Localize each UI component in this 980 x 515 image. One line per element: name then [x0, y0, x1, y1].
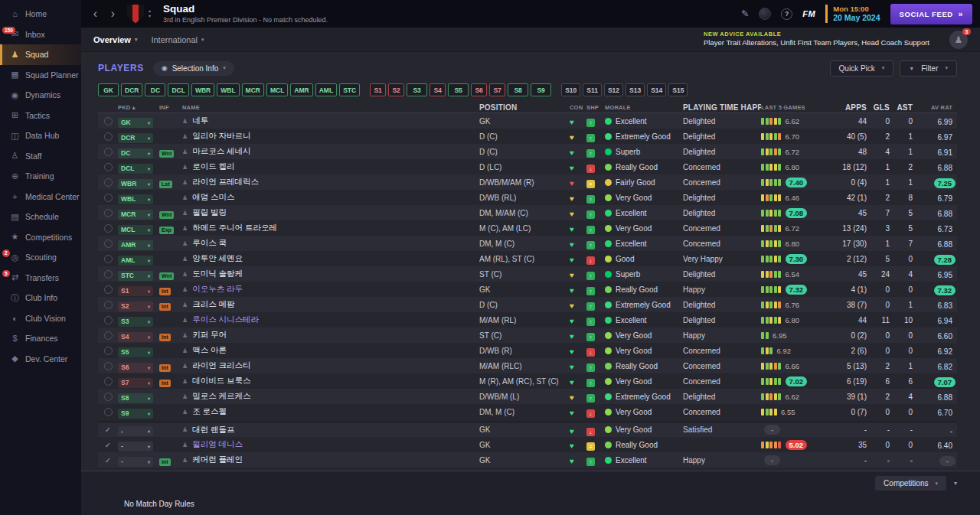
player-name[interactable]: 도미닉 솔랑케 — [192, 269, 243, 279]
position-filter-s13[interactable]: S13 — [626, 83, 645, 96]
player-name[interactable]: 일리아 자바르니 — [192, 131, 250, 142]
picked-position-badge[interactable]: S3▾ — [118, 317, 153, 327]
row-check-icon[interactable]: ✓ — [105, 441, 111, 449]
sidebar-item-data-hub[interactable]: ◫Data Hub — [0, 125, 81, 146]
player-name[interactable]: 네투 — [192, 116, 208, 126]
picked-position-badge[interactable]: WBR▾ — [118, 179, 153, 189]
club-crest[interactable] — [127, 5, 144, 24]
player-name[interactable]: 케머런 플레인 — [192, 455, 243, 465]
row-checkbox[interactable] — [104, 347, 113, 355]
player-profile-icon[interactable]: ♟ — [182, 442, 188, 448]
position-filter-wbl[interactable]: WBL — [217, 83, 239, 96]
sidebar-item-finances[interactable]: $Finances — [0, 328, 81, 349]
player-profile-icon[interactable]: ♟ — [182, 179, 188, 186]
position-filter-s12[interactable]: S12 — [604, 83, 623, 96]
player-name[interactable]: 앙투안 세멘요 — [192, 253, 243, 264]
position-filter-aml[interactable]: AML — [315, 83, 337, 96]
player-profile-icon[interactable]: ♟ — [182, 240, 188, 247]
sidebar-item-squad[interactable]: ♟Squad — [0, 44, 81, 65]
position-filter-dc[interactable]: DC — [145, 83, 165, 96]
column-header-ast[interactable]: AST — [894, 103, 917, 112]
picked-position-badge[interactable]: S4▾ — [118, 332, 153, 342]
player-name[interactable]: 라이언 프레데릭스 — [192, 177, 259, 187]
player-row[interactable]: ✓-▾Int♟케머런 플레인GK♥↑ExcellentHappy----- — [98, 452, 957, 468]
player-profile-icon[interactable]: ♟ — [182, 378, 188, 385]
player-row[interactable]: S4▾Int♟키퍼 무어ST (C)♥↑Very GoodHappy6.950 … — [98, 328, 957, 343]
player-row[interactable]: S5▾♟맥스 아론D/WB (R)♥↓Very GoodConcerned6.9… — [98, 343, 957, 358]
picked-position-badge[interactable]: -▾ — [118, 426, 153, 436]
player-profile-icon[interactable]: ♟ — [182, 363, 188, 370]
position-filter-s7[interactable]: S7 — [489, 83, 505, 96]
forward-button[interactable]: › — [106, 8, 119, 20]
player-profile-icon[interactable]: ♟ — [182, 286, 188, 293]
help-icon[interactable]: ? — [781, 8, 792, 20]
player-profile-icon[interactable]: ♟ — [182, 194, 188, 201]
player-row[interactable]: S6▾Int♟라이언 크리스티M/AM (RLC)♥↑Really GoodCo… — [98, 358, 957, 373]
player-name[interactable]: 로이드 켈리 — [192, 161, 234, 172]
filter-dropdown[interactable]: ▼ Filter ▾ — [900, 60, 957, 77]
picked-position-badge[interactable]: GK▾ — [118, 118, 153, 128]
row-checkbox[interactable] — [104, 194, 113, 202]
position-filter-s10[interactable]: S10 — [561, 83, 580, 96]
picked-position-badge[interactable]: WBL▾ — [118, 194, 153, 204]
player-row[interactable]: S1▾Int♟이오누츠 라두GK♥↑Really GoodHappy7.324 … — [98, 282, 957, 297]
sidebar-item-squad-planner[interactable]: ▦Squad Planner — [0, 65, 81, 86]
player-row[interactable]: WBL▾♟애덤 스미스D/WB (RL)♥↑Very GoodDelighted… — [98, 190, 957, 205]
sidebar-item-schedule[interactable]: ▤Schedule — [0, 207, 81, 227]
player-profile-icon[interactable]: ♟ — [182, 332, 188, 339]
row-checkbox[interactable] — [104, 331, 113, 340]
player-name[interactable]: 마르코스 세네시 — [192, 146, 250, 157]
player-profile-icon[interactable]: ♟ — [182, 393, 188, 400]
row-checkbox[interactable] — [104, 408, 113, 416]
player-row[interactable]: WBR▾Lst♟라이언 프레데릭스D/WB/M/AM (R)♥=Fairly G… — [98, 174, 957, 190]
tab-international[interactable]: International ▾ — [151, 35, 204, 44]
player-profile-icon[interactable]: ♟ — [182, 133, 188, 140]
player-row[interactable]: ✓-▾♟대런 랜돌프GK♥↓Very GoodSatisfied----- — [98, 422, 957, 437]
player-row[interactable]: S3▾♟루이스 시니스테라M/AM (RL)♥↑ExcellentDelight… — [98, 312, 957, 328]
globe-icon[interactable] — [759, 8, 771, 20]
quick-pick-dropdown[interactable]: Quick Pick ▾ — [830, 60, 894, 77]
position-filter-wbr[interactable]: WBR — [191, 83, 214, 96]
player-row[interactable]: S2▾Int♟크리스 메팜D (C)♥↑Extremely GoodDeligh… — [98, 297, 957, 312]
picked-position-badge[interactable]: S2▾ — [118, 302, 153, 311]
row-checkbox[interactable] — [104, 240, 113, 248]
row-check-icon[interactable]: ✓ — [105, 425, 111, 434]
picked-position-badge[interactable]: S1▾ — [118, 286, 153, 296]
position-filter-dcl[interactable]: DCL — [168, 83, 188, 96]
player-name[interactable]: 루이스 시니스테라 — [192, 315, 259, 325]
player-name[interactable]: 하메드 주니어 트라오레 — [192, 223, 277, 233]
column-header-con[interactable]: CON — [570, 104, 586, 111]
player-row[interactable]: STC▾Wnt♟도미닉 솔랑케ST (C)♥↑SuperbDelighted6.… — [98, 266, 957, 282]
position-filter-s11[interactable]: S11 — [583, 83, 602, 96]
position-filter-amr[interactable]: AMR — [290, 83, 312, 96]
social-feed-button[interactable]: SOCIAL FEED » — [890, 4, 972, 24]
sidebar-item-scouting[interactable]: ◎Scouting2 — [0, 247, 81, 268]
competitions-dropdown[interactable]: Competitions ▾ — [875, 476, 946, 491]
player-row[interactable]: S8▾♟밀로스 케르케스D/WB/M (L)♥↑Extremely GoodDe… — [98, 389, 957, 404]
date-display[interactable]: Mon 15:00 20 May 2024 — [825, 5, 880, 23]
advisor-avatar[interactable]: ♟ 3 — [949, 31, 968, 49]
picked-position-badge[interactable]: S6▾ — [118, 363, 153, 373]
player-name[interactable]: 밀로스 케르케스 — [192, 391, 250, 402]
player-profile-icon[interactable]: ♟ — [182, 148, 188, 155]
player-row[interactable]: AMR▾♟루이스 쿡DM, M (C)♥↑ExcellentConcerned6… — [98, 236, 957, 251]
sidebar-item-training[interactable]: ⊕Training — [0, 166, 81, 187]
row-checkbox[interactable] — [104, 163, 113, 171]
row-checkbox[interactable] — [104, 255, 113, 263]
position-filter-dcr[interactable]: DCR — [121, 83, 142, 96]
position-filter-s2[interactable]: S2 — [388, 83, 404, 96]
position-filter-s3[interactable]: S3 — [407, 83, 427, 96]
column-header-hap[interactable]: PLAYING TIME HAPPINESS — [683, 103, 761, 112]
player-name[interactable]: 이오누츠 라두 — [192, 284, 243, 295]
row-checkbox[interactable] — [104, 209, 113, 217]
player-profile-icon[interactable]: ♟ — [182, 409, 188, 416]
sidebar-item-club-info[interactable]: ⓘClub Info — [0, 288, 81, 308]
player-name[interactable]: 키퍼 무어 — [192, 330, 227, 341]
player-profile-icon[interactable]: ♟ — [182, 347, 188, 354]
footer-collapse-chevron[interactable]: ▾ — [954, 480, 957, 487]
row-checkbox[interactable] — [104, 224, 113, 233]
position-filter-s4[interactable]: S4 — [430, 83, 446, 96]
player-name[interactable]: 크리스 메팜 — [192, 299, 234, 310]
position-filter-stc[interactable]: STC — [339, 83, 360, 96]
column-header-name[interactable]: NAME — [182, 104, 479, 111]
